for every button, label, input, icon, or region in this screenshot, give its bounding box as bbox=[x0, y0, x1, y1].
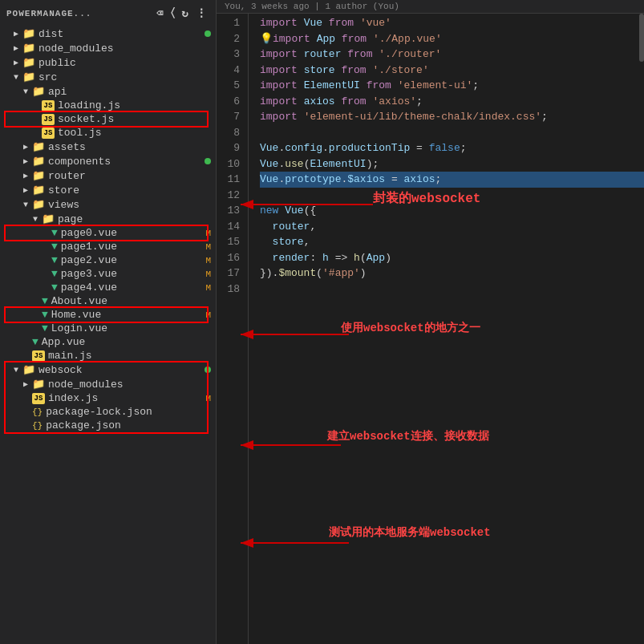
sidebar-item-socket.js[interactable]: JSsocket.js bbox=[0, 112, 216, 126]
item-label-tool.js: tool.js bbox=[58, 127, 216, 139]
sidebar-item-page2.vue[interactable]: ▼page2.vueM bbox=[0, 253, 216, 267]
sidebar-item-page1.vue[interactable]: ▼page1.vueM bbox=[0, 240, 216, 253]
scrollbar-thumb[interactable] bbox=[639, 14, 644, 62]
folder-arrow-websock: ▼ bbox=[10, 366, 22, 375]
folder-icon-src: 📁 bbox=[22, 71, 35, 83]
folder-arrow-src: ▼ bbox=[10, 73, 22, 82]
item-label-websock: websock bbox=[38, 364, 205, 376]
sidebar-item-tool.js[interactable]: JStool.js bbox=[0, 126, 216, 140]
sidebar-item-page0.vue[interactable]: ▼page0.vueM bbox=[0, 226, 216, 240]
folder-arrow-components: ▶ bbox=[19, 156, 32, 166]
sidebar-item-public[interactable]: ▶📁public bbox=[0, 55, 216, 70]
sidebar-item-package.json[interactable]: {}package.json bbox=[0, 419, 216, 432]
code-line: import axios from 'axios'; bbox=[260, 94, 644, 110]
js-icon-main.js: JS bbox=[32, 350, 45, 362]
sidebar-item-node_modules[interactable]: ▶📁node_modules bbox=[0, 41, 216, 55]
item-label-App.vue: App.vue bbox=[42, 336, 216, 348]
folder-icon-views: 📁 bbox=[32, 198, 45, 211]
code-line: import Vue from 'vue' bbox=[260, 15, 644, 31]
line-number: 2 bbox=[225, 31, 240, 47]
folder-arrow-views: ▼ bbox=[19, 200, 32, 209]
item-label-Login.vue: Login.vue bbox=[51, 322, 216, 334]
item-label-index.js: index.js bbox=[48, 392, 205, 404]
item-label-main.js: main.js bbox=[48, 350, 216, 362]
line-number: 5 bbox=[225, 78, 240, 94]
new-file-icon[interactable]: ⌫ bbox=[155, 5, 165, 22]
vue-icon-page3.vue: ▼ bbox=[51, 268, 58, 280]
collapse-icon[interactable]: ⋮ bbox=[194, 5, 209, 22]
sidebar-item-page4.vue[interactable]: ▼page4.vueM bbox=[0, 281, 216, 294]
badge-page3.vue: M bbox=[205, 269, 211, 279]
sidebar-item-src[interactable]: ▼📁src bbox=[0, 70, 216, 84]
sidebar-header-icons: ⌫ 〈 ↻ ⋮ bbox=[155, 5, 209, 22]
sidebar-item-websock[interactable]: ▼📁websock bbox=[0, 363, 216, 377]
json-icon-package.json: {} bbox=[32, 421, 43, 431]
item-label-page0.vue: page0.vue bbox=[61, 227, 206, 239]
sidebar-item-api[interactable]: ▼📁api bbox=[0, 84, 216, 99]
line-number: 12 bbox=[225, 188, 240, 204]
vue-icon-About.vue: ▼ bbox=[42, 295, 48, 307]
sidebar-item-page[interactable]: ▼📁page bbox=[0, 212, 216, 226]
item-label-loading.js: loading.js bbox=[58, 99, 216, 111]
line-number: 13 bbox=[225, 203, 240, 219]
vue-icon-Home.vue: ▼ bbox=[42, 309, 48, 321]
item-label-page4.vue: page4.vue bbox=[61, 281, 206, 294]
dot-dist bbox=[205, 30, 211, 37]
folder-arrow-assets: ▶ bbox=[19, 142, 32, 152]
code-line bbox=[260, 281, 644, 298]
sidebar-item-store[interactable]: ▶📁store bbox=[0, 183, 216, 197]
folder-icon-node_modules2: 📁 bbox=[32, 378, 45, 391]
sidebar-item-views[interactable]: ▼📁views bbox=[0, 197, 216, 212]
sidebar-item-Login.vue[interactable]: ▼Login.vue bbox=[0, 322, 216, 335]
vue-icon-page2.vue: ▼ bbox=[51, 254, 58, 266]
refresh-icon[interactable]: ↻ bbox=[180, 5, 191, 22]
folder-icon-store: 📁 bbox=[32, 184, 45, 196]
folder-arrow-node_modules2: ▶ bbox=[19, 379, 32, 389]
line-number: 17 bbox=[225, 265, 240, 281]
sidebar-item-App.vue[interactable]: ▼App.vue bbox=[0, 335, 216, 349]
sidebar-item-loading.js[interactable]: JSloading.js bbox=[0, 99, 216, 112]
code-line: render: h => h(App) bbox=[260, 250, 644, 266]
code-line: store, bbox=[260, 234, 644, 250]
js-icon-socket.js: JS bbox=[42, 114, 55, 125]
sidebar-item-assets[interactable]: ▶📁assets bbox=[0, 140, 216, 154]
sidebar-item-About.vue[interactable]: ▼About.vue bbox=[0, 294, 216, 308]
vue-icon-page1.vue: ▼ bbox=[51, 241, 58, 253]
line-numbers: 123456789101112131415161718 bbox=[217, 14, 249, 644]
sidebar-item-page3.vue[interactable]: ▼page3.vueM bbox=[0, 267, 216, 281]
badge-page1.vue: M bbox=[205, 242, 211, 252]
folder-arrow-dist: ▶ bbox=[10, 29, 22, 38]
item-label-api: api bbox=[48, 86, 216, 98]
item-label-package-lock.json: package-lock.json bbox=[46, 406, 216, 418]
code-line: Vue.config.productionTip = false; bbox=[260, 140, 644, 156]
item-label-src: src bbox=[38, 71, 216, 83]
sidebar-item-node_modules2[interactable]: ▶📁node_modules bbox=[0, 377, 216, 391]
line-number: 4 bbox=[225, 63, 240, 79]
sidebar-item-dist[interactable]: ▶📁dist bbox=[0, 26, 216, 41]
sidebar-item-package-lock.json[interactable]: {}package-lock.json bbox=[0, 405, 216, 419]
folder-icon-page: 📁 bbox=[42, 213, 55, 225]
folder-arrow-router: ▶ bbox=[19, 171, 32, 180]
folder-arrow-store: ▶ bbox=[19, 185, 32, 195]
line-number: 8 bbox=[225, 125, 240, 141]
item-label-router: router bbox=[48, 170, 216, 182]
sidebar-item-router[interactable]: ▶📁router bbox=[0, 168, 216, 183]
sidebar: POWERMANAGE... ⌫ 〈 ↻ ⋮ ▶📁dist▶📁node_modu… bbox=[0, 0, 217, 644]
folder-icon-websock: 📁 bbox=[22, 363, 35, 376]
editor-content: 123456789101112131415161718 import Vue f… bbox=[217, 14, 644, 644]
code-line bbox=[260, 125, 644, 141]
sidebar-item-components[interactable]: ▶📁components bbox=[0, 154, 216, 168]
sidebar-item-main.js[interactable]: JSmain.js bbox=[0, 349, 216, 363]
item-label-Home.vue: Home.vue bbox=[51, 309, 206, 321]
sidebar-item-index.js[interactable]: JSindex.jsM bbox=[0, 391, 216, 405]
sidebar-item-Home.vue[interactable]: ▼Home.vueM bbox=[0, 308, 216, 322]
item-label-socket.js: socket.js bbox=[58, 113, 216, 125]
item-label-page3.vue: page3.vue bbox=[61, 268, 206, 280]
folder-icon-dist: 📁 bbox=[22, 27, 35, 40]
code-lines[interactable]: import Vue from 'vue'💡import App from '.… bbox=[249, 14, 644, 644]
item-label-views: views bbox=[48, 199, 216, 211]
new-folder-icon[interactable]: 〈 bbox=[169, 5, 177, 22]
item-label-public: public bbox=[38, 57, 216, 69]
line-number: 9 bbox=[225, 140, 240, 156]
dot-components bbox=[205, 158, 211, 164]
